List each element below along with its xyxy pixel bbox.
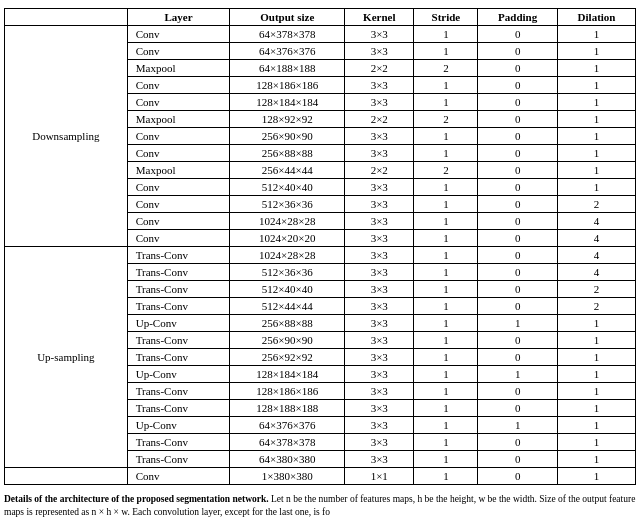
cell-layer: Conv: [127, 77, 230, 94]
cell-padding: 0: [478, 332, 558, 349]
cell-layer: Up-Conv: [127, 315, 230, 332]
section-label: Downsampling: [5, 26, 128, 247]
cell-layer: Conv: [127, 179, 230, 196]
cell-output: 128×188×188: [230, 400, 345, 417]
header-padding: Padding: [478, 9, 558, 26]
cell-padding: 0: [478, 298, 558, 315]
cell-padding: 0: [478, 145, 558, 162]
cell-layer: Trans-Conv: [127, 451, 230, 468]
cell-output: 256×92×92: [230, 349, 345, 366]
cell-stride: 1: [414, 451, 478, 468]
cell-dilation: 4: [558, 264, 636, 281]
cell-dilation: 1: [558, 434, 636, 451]
cell-stride: 1: [414, 213, 478, 230]
cell-kernel: 2×2: [345, 111, 414, 128]
cell-kernel: 3×3: [345, 26, 414, 43]
cell-kernel: 3×3: [345, 145, 414, 162]
cell-padding: 0: [478, 213, 558, 230]
cell-dilation: 1: [558, 26, 636, 43]
cell-stride: 2: [414, 60, 478, 77]
cell-padding: 0: [478, 400, 558, 417]
cell-output: 1024×28×28: [230, 247, 345, 264]
section-empty: [5, 468, 128, 485]
cell-dilation: 1: [558, 145, 636, 162]
cell-output: 256×90×90: [230, 128, 345, 145]
cell-layer: Trans-Conv: [127, 349, 230, 366]
cell-padding: 0: [478, 43, 558, 60]
cell-output: 512×36×36: [230, 196, 345, 213]
cell-output: 256×44×44: [230, 162, 345, 179]
cell-dilation: 1: [558, 128, 636, 145]
cell-padding: 0: [478, 111, 558, 128]
cell-kernel: 3×3: [345, 298, 414, 315]
cell-kernel: 3×3: [345, 77, 414, 94]
cell-layer: Conv: [127, 230, 230, 247]
cell-stride: 1: [414, 77, 478, 94]
cell-kernel: 3×3: [345, 417, 414, 434]
cell-padding: 0: [478, 230, 558, 247]
cell-kernel: 3×3: [345, 332, 414, 349]
cell-dilation: 1: [558, 451, 636, 468]
cell-kernel: 3×3: [345, 281, 414, 298]
cell-layer: Conv: [127, 145, 230, 162]
cell-dilation: 4: [558, 230, 636, 247]
cell-stride: 1: [414, 247, 478, 264]
cell-layer: Up-Conv: [127, 366, 230, 383]
cell-output-last: 1×380×380: [230, 468, 345, 485]
cell-padding: 0: [478, 383, 558, 400]
cell-output: 64×188×188: [230, 60, 345, 77]
header-row: Layer Output size Kernel Stride Padding …: [5, 9, 636, 26]
cell-stride: 1: [414, 196, 478, 213]
cell-kernel: 3×3: [345, 196, 414, 213]
cell-kernel-last: 1×1: [345, 468, 414, 485]
cell-padding: 1: [478, 315, 558, 332]
cell-kernel: 3×3: [345, 213, 414, 230]
cell-stride-last: 1: [414, 468, 478, 485]
cell-dilation: 1: [558, 400, 636, 417]
cell-layer: Trans-Conv: [127, 400, 230, 417]
cell-kernel: 3×3: [345, 349, 414, 366]
cell-dilation: 1: [558, 332, 636, 349]
cell-output: 128×92×92: [230, 111, 345, 128]
cell-dilation: 1: [558, 366, 636, 383]
cell-padding: 0: [478, 349, 558, 366]
cell-kernel: 3×3: [345, 315, 414, 332]
table-row-last: Conv1×380×3801×1101: [5, 468, 636, 485]
cell-dilation: 1: [558, 43, 636, 60]
cell-stride: 1: [414, 366, 478, 383]
cell-output: 512×36×36: [230, 264, 345, 281]
header-output: Output size: [230, 9, 345, 26]
cell-layer: Trans-Conv: [127, 281, 230, 298]
cell-kernel: 3×3: [345, 247, 414, 264]
cell-padding: 0: [478, 60, 558, 77]
cell-padding: 0: [478, 77, 558, 94]
cell-padding: 0: [478, 451, 558, 468]
header-kernel: Kernel: [345, 9, 414, 26]
cell-output: 128×184×184: [230, 94, 345, 111]
cell-padding: 0: [478, 179, 558, 196]
cell-kernel: 3×3: [345, 400, 414, 417]
header-layer: Layer: [127, 9, 230, 26]
cell-stride: 1: [414, 179, 478, 196]
cell-padding: 0: [478, 94, 558, 111]
cell-dilation: 2: [558, 298, 636, 315]
cell-stride: 1: [414, 383, 478, 400]
cell-stride: 1: [414, 43, 478, 60]
cell-layer: Conv: [127, 43, 230, 60]
cell-padding: 0: [478, 434, 558, 451]
cell-dilation: 1: [558, 77, 636, 94]
cell-padding: 0: [478, 264, 558, 281]
cell-kernel: 2×2: [345, 162, 414, 179]
cell-output: 1024×20×20: [230, 230, 345, 247]
cell-dilation: 1: [558, 417, 636, 434]
cell-layer: Trans-Conv: [127, 383, 230, 400]
cell-output: 64×376×376: [230, 43, 345, 60]
cell-padding: 0: [478, 128, 558, 145]
cell-dilation: 1: [558, 315, 636, 332]
cell-stride: 1: [414, 349, 478, 366]
cell-padding: 1: [478, 366, 558, 383]
header-dilation: Dilation: [558, 9, 636, 26]
cell-padding: 0: [478, 247, 558, 264]
cell-output: 128×186×186: [230, 383, 345, 400]
cell-stride: 1: [414, 145, 478, 162]
